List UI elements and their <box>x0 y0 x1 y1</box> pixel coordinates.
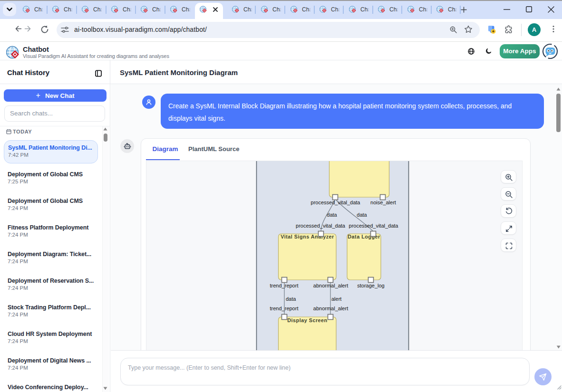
svg-text:abnormal_alert: abnormal_alert <box>313 283 348 288</box>
svg-text:trend_report: trend_report <box>270 283 299 288</box>
svg-text:trend_report: trend_report <box>270 306 299 311</box>
svg-text:abnormal_alert: abnormal_alert <box>313 306 348 311</box>
svg-text:Display Screen: Display Screen <box>287 317 327 323</box>
svg-text:processed_vital_data: processed_vital_data <box>311 200 361 205</box>
svg-text:processed_vital_data: processed_vital_data <box>349 223 399 229</box>
svg-text:noise_alert: noise_alert <box>370 200 396 205</box>
svg-text:alert: alert <box>331 296 341 302</box>
svg-text:Vital Signs Analyzer: Vital Signs Analyzer <box>281 234 334 239</box>
svg-text:processed_vital_data: processed_vital_data <box>296 223 346 229</box>
svg-text:data: data <box>286 296 296 302</box>
svg-text:data: data <box>357 212 367 218</box>
svg-text:data: data <box>327 212 337 218</box>
svg-text:storage_log: storage_log <box>357 283 385 288</box>
